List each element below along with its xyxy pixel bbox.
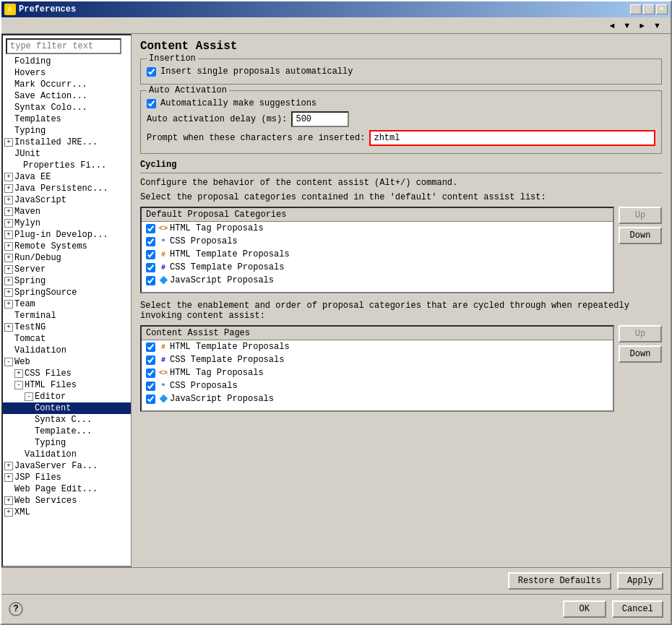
default-up-button[interactable]: Up bbox=[619, 207, 662, 224]
sidebar-item-css-files[interactable]: + CSS Files bbox=[3, 368, 131, 379]
expand-installed-jre[interactable]: + bbox=[4, 138, 13, 147]
assist-css-checkbox[interactable] bbox=[146, 382, 155, 391]
sidebar-item-terminal[interactable]: Terminal bbox=[3, 310, 131, 322]
sidebar-item-properties-fi[interactable]: Properties Fi... bbox=[3, 160, 131, 171]
sidebar-item-java-ee[interactable]: + Java EE bbox=[3, 171, 131, 183]
expand-run-debug[interactable]: + bbox=[4, 254, 13, 262]
springsource-label: SpringSource bbox=[14, 288, 77, 298]
sidebar-item-syntax-colors[interactable]: Syntax Colo... bbox=[3, 102, 131, 113]
html-tag-checkbox[interactable] bbox=[146, 224, 155, 233]
sidebar-item-remote-systems[interactable]: + Remote Systems bbox=[3, 241, 131, 252]
insert-single-proposals-checkbox[interactable] bbox=[147, 67, 156, 77]
cancel-button[interactable]: Cancel bbox=[612, 600, 663, 618]
expand-testng[interactable]: + bbox=[4, 323, 13, 332]
sidebar-item-tomcat[interactable]: Tomcat bbox=[3, 333, 131, 345]
assist-down-button[interactable]: Down bbox=[619, 345, 662, 363]
assist-up-button[interactable]: Up bbox=[619, 325, 662, 342]
expand-java-persistence[interactable]: + bbox=[4, 184, 13, 193]
sidebar-item-plug-in[interactable]: + Plug-in Develop... bbox=[3, 229, 131, 241]
sidebar-item-folding[interactable]: Folding bbox=[3, 56, 131, 67]
html-template-checkbox[interactable] bbox=[146, 250, 155, 259]
expand-xml[interactable]: + bbox=[4, 508, 13, 517]
back-button[interactable]: ◄ bbox=[604, 19, 619, 32]
sidebar-item-typing2[interactable]: Typing bbox=[3, 437, 131, 449]
sidebar-item-testng[interactable]: + TestNG bbox=[3, 322, 131, 333]
minimize-button[interactable]: _ bbox=[630, 4, 642, 14]
assist-pages-buttons: Up Down bbox=[619, 325, 662, 412]
sidebar-item-hovers[interactable]: Hovers bbox=[3, 67, 131, 79]
sidebar-item-editor[interactable]: - Editor bbox=[3, 391, 131, 402]
sidebar-item-jsp-files[interactable]: + JSP Files bbox=[3, 472, 131, 483]
assist-item-html-template: # HTML Template Proposals bbox=[142, 340, 613, 353]
auto-suggestions-checkbox[interactable] bbox=[147, 99, 156, 108]
sidebar-item-springsource[interactable]: + SpringSource bbox=[3, 287, 131, 298]
sidebar-item-javaserver-faces[interactable]: + JavaServer Fa... bbox=[3, 460, 131, 472]
sidebar-item-web-page-edit[interactable]: Web Page Edit... bbox=[3, 483, 131, 495]
jsp-files-label: JSP Files bbox=[14, 473, 61, 483]
assist-js-checkbox[interactable] bbox=[146, 395, 155, 404]
sidebar-item-syntax-c[interactable]: Syntax C... bbox=[3, 414, 131, 426]
expand-springsource[interactable]: + bbox=[4, 288, 13, 297]
restore-defaults-button[interactable]: Restore Defaults bbox=[508, 572, 611, 590]
sidebar-item-web[interactable]: - Web bbox=[3, 356, 131, 368]
sidebar-item-java-persistence[interactable]: + Java Persistenc... bbox=[3, 183, 131, 194]
sidebar-item-xml[interactable]: + XML bbox=[3, 507, 131, 518]
assist-html-template-checkbox[interactable] bbox=[146, 342, 155, 352]
expand-java-ee[interactable]: + bbox=[4, 173, 13, 181]
sidebar-item-validation2[interactable]: Validation bbox=[3, 449, 131, 460]
sidebar-item-content[interactable]: Content bbox=[3, 402, 131, 414]
sidebar-item-team[interactable]: + Team bbox=[3, 298, 131, 310]
sidebar-item-server[interactable]: + Server bbox=[3, 264, 131, 275]
expand-javaserver-faces[interactable]: + bbox=[4, 462, 13, 470]
sidebar-item-validation[interactable]: Validation bbox=[3, 345, 131, 356]
js-checkbox[interactable] bbox=[146, 276, 155, 285]
sidebar-item-run-debug[interactable]: + Run/Debug bbox=[3, 252, 131, 264]
ok-button[interactable]: OK bbox=[563, 600, 606, 618]
close-button[interactable]: × bbox=[656, 4, 668, 14]
expand-mylyn[interactable]: + bbox=[4, 219, 13, 228]
prompt-input[interactable] bbox=[369, 130, 655, 146]
title-bar: ⚙ Preferences _ □ × bbox=[1, 1, 671, 17]
expand-web[interactable]: - bbox=[4, 358, 13, 366]
java-ee-label: Java EE bbox=[14, 172, 51, 182]
expand-plug-in[interactable]: + bbox=[4, 230, 13, 239]
expand-css-files[interactable]: + bbox=[14, 369, 23, 378]
expand-web-services[interactable]: + bbox=[4, 496, 13, 505]
sidebar-item-maven[interactable]: + Maven bbox=[3, 206, 131, 217]
sidebar-item-save-actions[interactable]: Save Action... bbox=[3, 90, 131, 102]
sidebar-item-web-services[interactable]: + Web Services bbox=[3, 495, 131, 507]
sidebar-item-typing[interactable]: Typing bbox=[3, 125, 131, 137]
filter-input[interactable] bbox=[6, 38, 121, 54]
css-template-checkbox[interactable] bbox=[146, 263, 155, 272]
sidebar-item-html-files[interactable]: - HTML Files bbox=[3, 379, 131, 391]
sidebar-item-javascript[interactable]: + JavaScript bbox=[3, 194, 131, 206]
maximize-button[interactable]: □ bbox=[643, 4, 655, 14]
sidebar-item-junit[interactable]: JUnit bbox=[3, 148, 131, 160]
assist-html-tag-checkbox[interactable] bbox=[146, 368, 155, 378]
sidebar-item-spring[interactable]: + Spring bbox=[3, 275, 131, 287]
expand-team[interactable]: + bbox=[4, 300, 13, 309]
expand-maven[interactable]: + bbox=[4, 207, 13, 216]
sidebar-item-templates[interactable]: Templates bbox=[3, 113, 131, 125]
expand-spring[interactable]: + bbox=[4, 277, 13, 285]
expand-html-files[interactable]: - bbox=[14, 381, 23, 389]
sidebar-item-mylyn[interactable]: + Mylyn bbox=[3, 217, 131, 229]
sidebar-item-installed-jre[interactable]: + Installed JRE... bbox=[3, 137, 131, 148]
expand-javascript[interactable]: + bbox=[4, 196, 13, 204]
expand-server[interactable]: + bbox=[4, 265, 13, 274]
expand-remote-systems[interactable]: + bbox=[4, 242, 13, 251]
expand-editor[interactable]: - bbox=[25, 392, 33, 401]
dropdown-button[interactable]: ▼ bbox=[619, 19, 634, 32]
css-checkbox[interactable] bbox=[146, 237, 155, 246]
assist-css-template-checkbox[interactable] bbox=[146, 355, 155, 365]
expand-jsp-files[interactable]: + bbox=[4, 473, 13, 482]
delay-input[interactable] bbox=[291, 111, 349, 127]
sidebar-item-mark-occurrences[interactable]: Mark Occurr... bbox=[3, 79, 131, 90]
sidebar-item-template[interactable]: Template... bbox=[3, 426, 131, 437]
proposal-item-js: 🔷 JavaScript Proposals bbox=[142, 274, 613, 287]
default-down-button[interactable]: Down bbox=[619, 227, 662, 244]
forward-button[interactable]: ► bbox=[634, 19, 650, 32]
forward-dropdown-button[interactable]: ▼ bbox=[650, 19, 665, 32]
apply-button[interactable]: Apply bbox=[617, 572, 663, 590]
help-button[interactable]: ? bbox=[9, 602, 23, 616]
